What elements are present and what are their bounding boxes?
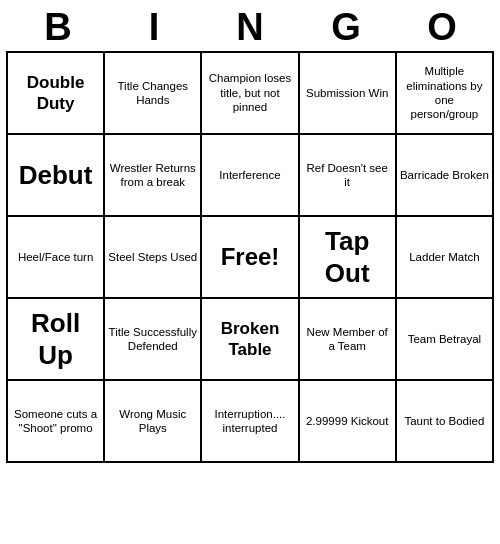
bingo-cell-15: Roll Up [8, 299, 105, 381]
bingo-cell-24: Taunt to Bodied [397, 381, 494, 463]
bingo-cell-6: Wrestler Returns from a break [105, 135, 202, 217]
letter-n: N [207, 6, 293, 49]
bingo-cell-0: Double Duty [8, 53, 105, 135]
bingo-cell-8: Ref Doesn't see it [300, 135, 397, 217]
bingo-cell-9: Barricade Broken [397, 135, 494, 217]
bingo-cell-17: Broken Table [202, 299, 299, 381]
bingo-cell-10: Heel/Face turn [8, 217, 105, 299]
bingo-cell-5: Debut [8, 135, 105, 217]
bingo-cell-14: Ladder Match [397, 217, 494, 299]
bingo-cell-18: New Member of a Team [300, 299, 397, 381]
letter-g: G [303, 6, 389, 49]
bingo-cell-12: Free! [202, 217, 299, 299]
bingo-cell-1: Title Changes Hands [105, 53, 202, 135]
bingo-grid: Double DutyTitle Changes HandsChampion l… [6, 51, 494, 463]
bingo-cell-11: Steel Steps Used [105, 217, 202, 299]
bingo-cell-20: Someone cuts a "Shoot" promo [8, 381, 105, 463]
bingo-cell-4: Multiple eliminations by one person/grou… [397, 53, 494, 135]
bingo-cell-22: Interruption.... interrupted [202, 381, 299, 463]
bingo-cell-7: Interference [202, 135, 299, 217]
bingo-header: B I N G O [10, 0, 490, 51]
letter-i: I [111, 6, 197, 49]
bingo-cell-2: Champion loses title, but not pinned [202, 53, 299, 135]
bingo-cell-19: Team Betrayal [397, 299, 494, 381]
bingo-cell-23: 2.99999 Kickout [300, 381, 397, 463]
bingo-cell-3: Submission Win [300, 53, 397, 135]
bingo-cell-13: Tap Out [300, 217, 397, 299]
bingo-cell-16: Title Successfully Defended [105, 299, 202, 381]
letter-b: B [15, 6, 101, 49]
letter-o: O [399, 6, 485, 49]
bingo-cell-21: Wrong Music Plays [105, 381, 202, 463]
